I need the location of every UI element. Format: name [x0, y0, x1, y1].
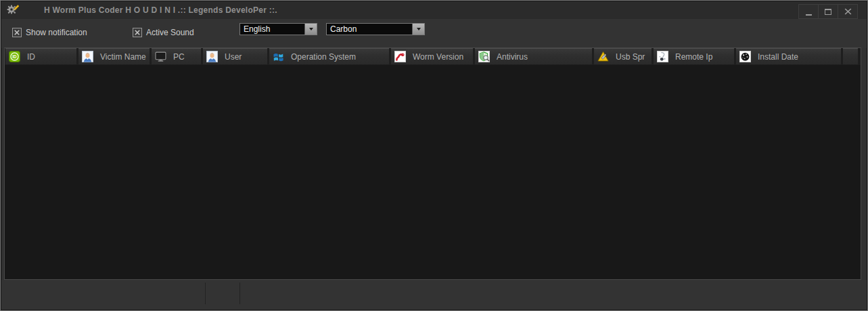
minimize-button[interactable]: [799, 5, 818, 18]
worm-icon: [394, 51, 406, 62]
active-sound-label: Active Sound: [146, 28, 194, 37]
app-window: H Worm Plus Coder H O U D I N I .:: Lege…: [0, 0, 868, 311]
show-notification-checkbox[interactable]: Show notification: [12, 28, 87, 37]
column-header-label: Install Date: [758, 52, 798, 62]
column-header-install-date[interactable]: Install Date: [736, 48, 841, 64]
show-notification-label: Show notification: [26, 28, 87, 37]
column-header-label: Victim Name: [100, 52, 146, 62]
user-person-icon: [206, 51, 218, 62]
minimize-icon: [806, 14, 812, 16]
checkbox-x-icon: [14, 30, 20, 35]
maximize-icon: [825, 9, 831, 15]
window-title: H Worm Plus Coder H O U D I N I .:: Lege…: [44, 5, 277, 15]
column-header-label: Remote Ip: [675, 52, 712, 62]
windows-flag-icon: [273, 51, 284, 62]
column-header-label: Antivirus: [497, 52, 528, 62]
column-header-label: Usb Spr: [616, 52, 645, 62]
titlebar[interactable]: H Worm Plus Coder H O U D I N I .:: Lege…: [1, 1, 867, 20]
column-header-pc[interactable]: PC: [152, 48, 201, 64]
theme-dropdown[interactable]: Carbon: [326, 23, 425, 35]
monitor-icon: [155, 51, 166, 62]
grid-header: IDIDVictim NamePCUserOperation SystemWor…: [5, 48, 861, 65]
column-header-label: User: [225, 52, 242, 62]
statusbar-divider: [205, 283, 206, 304]
window-controls: [798, 4, 858, 19]
svg-text:ID: ID: [12, 54, 17, 59]
usb-warning-icon: [597, 51, 609, 62]
toolbar: Show notification Active Sound English C…: [1, 19, 867, 48]
column-header-label: Operation System: [291, 52, 356, 62]
language-dropdown[interactable]: English: [239, 23, 317, 35]
checkbox-box[interactable]: [133, 28, 142, 37]
checkbox-x-icon: [135, 30, 140, 35]
remote-ip-icon: [657, 51, 668, 62]
close-button[interactable]: [838, 5, 857, 18]
checkbox-box[interactable]: [12, 28, 22, 37]
victims-grid: IDIDVictim NamePCUserOperation SystemWor…: [4, 47, 861, 280]
antivirus-shield-icon: [478, 51, 490, 62]
statusbar-divider: [239, 283, 240, 304]
column-header-remote-ip[interactable]: Remote Ip: [654, 48, 734, 64]
victim-person-icon: [82, 51, 93, 62]
column-header-label: ID: [27, 52, 35, 62]
column-header-spacer: [843, 48, 858, 64]
install-date-globe-icon: [739, 51, 751, 62]
column-header-label: Worm Version: [413, 52, 463, 62]
column-header-victim-name[interactable]: Victim Name: [78, 48, 150, 64]
grid-body[interactable]: [5, 65, 861, 279]
column-header-id[interactable]: IDID: [5, 48, 76, 64]
column-header-user[interactable]: User: [203, 48, 267, 64]
maximize-button[interactable]: [818, 5, 838, 18]
id-badge-icon: ID: [9, 51, 20, 62]
chevron-down-icon[interactable]: [304, 24, 317, 35]
theme-dropdown-value: Carbon: [330, 24, 357, 34]
active-sound-checkbox[interactable]: Active Sound: [133, 28, 194, 37]
column-header-operation-system[interactable]: Operation System: [269, 48, 389, 64]
column-header-label: PC: [173, 52, 185, 62]
column-header-antivirus[interactable]: Antivirus: [475, 48, 592, 64]
chevron-down-icon[interactable]: [412, 24, 424, 35]
column-header-usb-spr[interactable]: Usb Spr: [594, 48, 652, 64]
close-icon: [844, 5, 852, 18]
gear-tool-icon: [6, 3, 19, 16]
statusbar: [1, 280, 867, 310]
column-header-worm-version[interactable]: Worm Version: [391, 48, 473, 64]
language-dropdown-value: English: [244, 24, 270, 34]
